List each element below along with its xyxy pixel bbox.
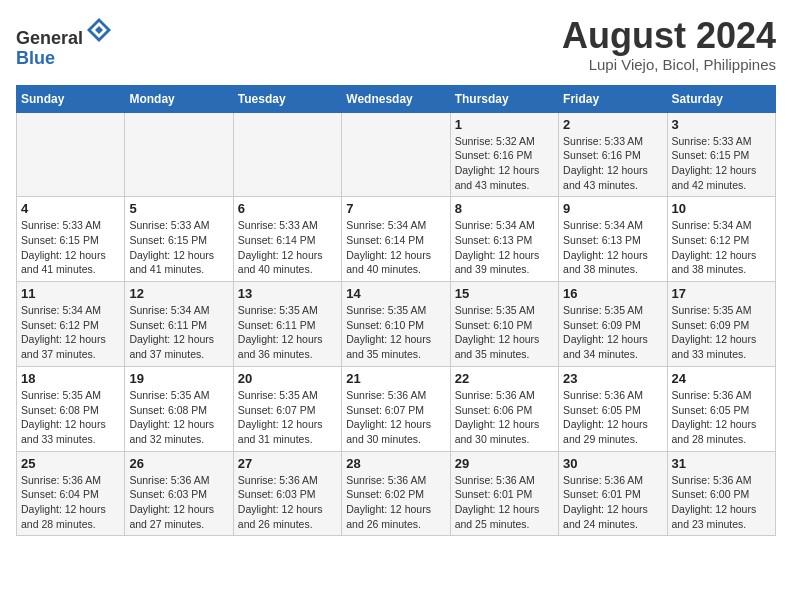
calendar-cell: 22Sunrise: 5:36 AM Sunset: 6:06 PM Dayli…	[450, 366, 558, 451]
day-detail: Sunrise: 5:36 AM Sunset: 6:04 PM Dayligh…	[21, 473, 120, 532]
calendar-cell: 24Sunrise: 5:36 AM Sunset: 6:05 PM Dayli…	[667, 366, 775, 451]
calendar-cell: 8Sunrise: 5:34 AM Sunset: 6:13 PM Daylig…	[450, 197, 558, 282]
calendar-cell: 31Sunrise: 5:36 AM Sunset: 6:00 PM Dayli…	[667, 451, 775, 536]
day-detail: Sunrise: 5:35 AM Sunset: 6:10 PM Dayligh…	[346, 303, 445, 362]
day-number: 14	[346, 286, 445, 301]
day-number: 3	[672, 117, 771, 132]
calendar-cell: 20Sunrise: 5:35 AM Sunset: 6:07 PM Dayli…	[233, 366, 341, 451]
day-detail: Sunrise: 5:36 AM Sunset: 6:07 PM Dayligh…	[346, 388, 445, 447]
day-detail: Sunrise: 5:35 AM Sunset: 6:08 PM Dayligh…	[129, 388, 228, 447]
day-detail: Sunrise: 5:36 AM Sunset: 6:01 PM Dayligh…	[563, 473, 662, 532]
logo-icon	[85, 16, 113, 44]
header-cell-sunday: Sunday	[17, 85, 125, 112]
day-number: 20	[238, 371, 337, 386]
header-row: SundayMondayTuesdayWednesdayThursdayFrid…	[17, 85, 776, 112]
day-number: 15	[455, 286, 554, 301]
calendar-cell: 21Sunrise: 5:36 AM Sunset: 6:07 PM Dayli…	[342, 366, 450, 451]
calendar-cell: 30Sunrise: 5:36 AM Sunset: 6:01 PM Dayli…	[559, 451, 667, 536]
day-number: 28	[346, 456, 445, 471]
day-number: 24	[672, 371, 771, 386]
day-number: 5	[129, 201, 228, 216]
day-number: 31	[672, 456, 771, 471]
page-header: General Blue August 2024 Lupi Viejo, Bic…	[16, 16, 776, 73]
calendar-week-1: 1Sunrise: 5:32 AM Sunset: 6:16 PM Daylig…	[17, 112, 776, 197]
calendar-cell: 5Sunrise: 5:33 AM Sunset: 6:15 PM Daylig…	[125, 197, 233, 282]
calendar-cell: 10Sunrise: 5:34 AM Sunset: 6:12 PM Dayli…	[667, 197, 775, 282]
header-cell-monday: Monday	[125, 85, 233, 112]
calendar-cell: 19Sunrise: 5:35 AM Sunset: 6:08 PM Dayli…	[125, 366, 233, 451]
day-detail: Sunrise: 5:34 AM Sunset: 6:11 PM Dayligh…	[129, 303, 228, 362]
calendar-cell: 27Sunrise: 5:36 AM Sunset: 6:03 PM Dayli…	[233, 451, 341, 536]
day-number: 1	[455, 117, 554, 132]
calendar-cell: 15Sunrise: 5:35 AM Sunset: 6:10 PM Dayli…	[450, 282, 558, 367]
logo: General Blue	[16, 16, 113, 69]
day-detail: Sunrise: 5:35 AM Sunset: 6:09 PM Dayligh…	[672, 303, 771, 362]
title-area: August 2024 Lupi Viejo, Bicol, Philippin…	[562, 16, 776, 73]
calendar-cell: 13Sunrise: 5:35 AM Sunset: 6:11 PM Dayli…	[233, 282, 341, 367]
day-number: 16	[563, 286, 662, 301]
calendar-cell: 9Sunrise: 5:34 AM Sunset: 6:13 PM Daylig…	[559, 197, 667, 282]
day-detail: Sunrise: 5:36 AM Sunset: 6:05 PM Dayligh…	[563, 388, 662, 447]
day-detail: Sunrise: 5:36 AM Sunset: 6:02 PM Dayligh…	[346, 473, 445, 532]
day-detail: Sunrise: 5:33 AM Sunset: 6:15 PM Dayligh…	[21, 218, 120, 277]
calendar-cell: 1Sunrise: 5:32 AM Sunset: 6:16 PM Daylig…	[450, 112, 558, 197]
day-detail: Sunrise: 5:33 AM Sunset: 6:15 PM Dayligh…	[129, 218, 228, 277]
day-number: 7	[346, 201, 445, 216]
header-cell-tuesday: Tuesday	[233, 85, 341, 112]
day-detail: Sunrise: 5:33 AM Sunset: 6:16 PM Dayligh…	[563, 134, 662, 193]
header-cell-thursday: Thursday	[450, 85, 558, 112]
calendar-week-2: 4Sunrise: 5:33 AM Sunset: 6:15 PM Daylig…	[17, 197, 776, 282]
month-year: August 2024	[562, 16, 776, 56]
day-number: 22	[455, 371, 554, 386]
day-number: 6	[238, 201, 337, 216]
day-detail: Sunrise: 5:35 AM Sunset: 6:07 PM Dayligh…	[238, 388, 337, 447]
day-detail: Sunrise: 5:36 AM Sunset: 6:01 PM Dayligh…	[455, 473, 554, 532]
day-number: 9	[563, 201, 662, 216]
logo-general: General	[16, 28, 83, 48]
calendar-week-5: 25Sunrise: 5:36 AM Sunset: 6:04 PM Dayli…	[17, 451, 776, 536]
calendar-cell: 12Sunrise: 5:34 AM Sunset: 6:11 PM Dayli…	[125, 282, 233, 367]
day-number: 19	[129, 371, 228, 386]
day-detail: Sunrise: 5:35 AM Sunset: 6:08 PM Dayligh…	[21, 388, 120, 447]
day-detail: Sunrise: 5:36 AM Sunset: 6:03 PM Dayligh…	[129, 473, 228, 532]
day-detail: Sunrise: 5:36 AM Sunset: 6:06 PM Dayligh…	[455, 388, 554, 447]
day-number: 29	[455, 456, 554, 471]
day-number: 2	[563, 117, 662, 132]
day-detail: Sunrise: 5:36 AM Sunset: 6:05 PM Dayligh…	[672, 388, 771, 447]
day-detail: Sunrise: 5:34 AM Sunset: 6:12 PM Dayligh…	[672, 218, 771, 277]
day-number: 18	[21, 371, 120, 386]
day-number: 30	[563, 456, 662, 471]
calendar-cell	[342, 112, 450, 197]
calendar-cell: 26Sunrise: 5:36 AM Sunset: 6:03 PM Dayli…	[125, 451, 233, 536]
header-cell-saturday: Saturday	[667, 85, 775, 112]
calendar-cell	[233, 112, 341, 197]
calendar-cell: 6Sunrise: 5:33 AM Sunset: 6:14 PM Daylig…	[233, 197, 341, 282]
day-detail: Sunrise: 5:33 AM Sunset: 6:15 PM Dayligh…	[672, 134, 771, 193]
calendar-cell: 23Sunrise: 5:36 AM Sunset: 6:05 PM Dayli…	[559, 366, 667, 451]
day-detail: Sunrise: 5:36 AM Sunset: 6:03 PM Dayligh…	[238, 473, 337, 532]
day-number: 17	[672, 286, 771, 301]
day-detail: Sunrise: 5:36 AM Sunset: 6:00 PM Dayligh…	[672, 473, 771, 532]
day-number: 4	[21, 201, 120, 216]
day-number: 8	[455, 201, 554, 216]
location: Lupi Viejo, Bicol, Philippines	[562, 56, 776, 73]
calendar-cell: 14Sunrise: 5:35 AM Sunset: 6:10 PM Dayli…	[342, 282, 450, 367]
calendar-cell: 25Sunrise: 5:36 AM Sunset: 6:04 PM Dayli…	[17, 451, 125, 536]
day-detail: Sunrise: 5:35 AM Sunset: 6:11 PM Dayligh…	[238, 303, 337, 362]
calendar-week-4: 18Sunrise: 5:35 AM Sunset: 6:08 PM Dayli…	[17, 366, 776, 451]
day-number: 27	[238, 456, 337, 471]
calendar-table: SundayMondayTuesdayWednesdayThursdayFrid…	[16, 85, 776, 537]
day-detail: Sunrise: 5:35 AM Sunset: 6:10 PM Dayligh…	[455, 303, 554, 362]
day-number: 26	[129, 456, 228, 471]
header-cell-wednesday: Wednesday	[342, 85, 450, 112]
day-detail: Sunrise: 5:34 AM Sunset: 6:13 PM Dayligh…	[455, 218, 554, 277]
day-number: 11	[21, 286, 120, 301]
calendar-cell	[125, 112, 233, 197]
day-number: 23	[563, 371, 662, 386]
day-number: 21	[346, 371, 445, 386]
calendar-cell: 16Sunrise: 5:35 AM Sunset: 6:09 PM Dayli…	[559, 282, 667, 367]
calendar-cell: 4Sunrise: 5:33 AM Sunset: 6:15 PM Daylig…	[17, 197, 125, 282]
header-cell-friday: Friday	[559, 85, 667, 112]
calendar-cell: 7Sunrise: 5:34 AM Sunset: 6:14 PM Daylig…	[342, 197, 450, 282]
day-detail: Sunrise: 5:34 AM Sunset: 6:13 PM Dayligh…	[563, 218, 662, 277]
